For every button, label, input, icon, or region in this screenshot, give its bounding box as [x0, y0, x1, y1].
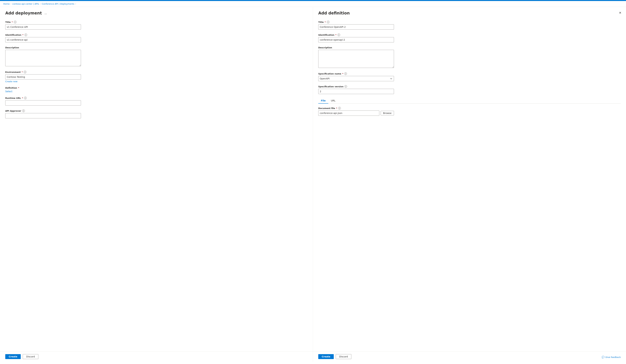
- left-environment-required: *: [22, 71, 23, 73]
- right-document-file-required: *: [336, 107, 337, 109]
- left-identification-label: Identification * i: [5, 33, 308, 36]
- left-title-label: Title * i: [5, 21, 308, 23]
- right-document-file-row: Browse: [318, 110, 394, 116]
- right-document-file-input[interactable]: [318, 110, 379, 116]
- breadcrumb-separator-1: ›: [10, 3, 11, 5]
- create-new-link[interactable]: Create new: [5, 80, 308, 83]
- left-identification-required: *: [22, 34, 24, 36]
- left-description-label: Description: [5, 46, 308, 49]
- breadcrumb-deployments[interactable]: Conference API | Deployments: [42, 3, 74, 5]
- right-identification-input[interactable]: [318, 37, 394, 42]
- breadcrumb-separator-2: ›: [40, 3, 41, 5]
- main-container: Add deployment ... Title * i Identificat…: [0, 7, 626, 362]
- right-title-input[interactable]: [318, 24, 394, 30]
- browse-button[interactable]: Browse: [381, 111, 394, 115]
- left-create-button[interactable]: Create: [5, 354, 21, 359]
- left-api-approver-input[interactable]: [5, 113, 81, 118]
- give-feedback-link[interactable]: Give feedback: [602, 356, 621, 358]
- right-spec-name-label: Specification name * i: [318, 72, 621, 75]
- right-identification-info-icon[interactable]: i: [338, 33, 340, 36]
- left-title-input[interactable]: [5, 24, 81, 30]
- tab-url[interactable]: URL: [328, 98, 338, 103]
- right-spec-name-required: *: [342, 72, 344, 75]
- right-title-group: Title * i: [318, 21, 621, 30]
- left-runtime-url-label: Runtime URL * i: [5, 97, 308, 99]
- right-spec-name-group: Specification name * i OpenAPI AsyncAPI …: [318, 72, 621, 81]
- left-panel-title-row: Add deployment ...: [5, 11, 308, 15]
- right-discard-button[interactable]: Discard: [336, 354, 351, 359]
- left-environment-input[interactable]: [5, 74, 81, 80]
- breadcrumb-api-center[interactable]: contoso-api-center | APIs: [12, 3, 39, 5]
- left-api-approver-info-icon[interactable]: i: [22, 109, 25, 112]
- left-definition-required: *: [18, 87, 19, 89]
- definition-select-link[interactable]: Select: [5, 90, 12, 93]
- right-create-button[interactable]: Create: [318, 354, 334, 359]
- left-title-info-icon[interactable]: i: [14, 21, 16, 23]
- right-identification-group: Identification * i: [318, 33, 621, 42]
- right-spec-name-select[interactable]: OpenAPI AsyncAPI WSDL WADL GraphQL gRPC …: [318, 76, 394, 81]
- right-document-file-group: Document file * i Browse: [318, 107, 621, 116]
- right-title-label: Title * i: [318, 21, 621, 23]
- left-runtime-url-group: Runtime URL * i: [5, 97, 308, 105]
- give-feedback-label: Give feedback: [605, 356, 621, 358]
- left-panel: Add deployment ... Title * i Identificat…: [0, 7, 313, 362]
- right-title-required: *: [325, 21, 326, 23]
- left-runtime-url-required: *: [22, 97, 23, 99]
- right-spec-version-group: Specification version i: [318, 85, 621, 94]
- right-spec-version-input[interactable]: [318, 89, 394, 94]
- left-api-approver-group: API Approver i: [5, 109, 308, 118]
- left-discard-button[interactable]: Discard: [23, 354, 38, 359]
- left-title-group: Title * i: [5, 21, 308, 30]
- left-environment-label: Environment * i: [5, 71, 308, 73]
- tabs-container: File URL: [318, 98, 621, 103]
- right-identification-label: Identification * i: [318, 33, 621, 36]
- left-environment-group: Environment * i Create new: [5, 71, 308, 83]
- right-description-textarea[interactable]: [318, 50, 394, 68]
- close-button[interactable]: ✕: [618, 10, 623, 15]
- breadcrumb-separator-3: ›: [75, 3, 76, 5]
- left-bottom-actions: Create Discard: [0, 351, 313, 362]
- left-identification-group: Identification * i: [5, 33, 308, 42]
- right-identification-required: *: [335, 34, 337, 36]
- left-description-group: Description: [5, 46, 308, 67]
- right-description-label: Description: [318, 46, 621, 49]
- right-panel: ✕ Add definition Title * i Identificatio…: [313, 7, 626, 362]
- left-api-approver-label: API Approver i: [5, 109, 308, 112]
- left-runtime-url-input[interactable]: [5, 100, 81, 105]
- right-bottom-actions: Create Discard Give feedback: [313, 351, 626, 362]
- right-spec-version-label: Specification version i: [318, 85, 621, 88]
- right-document-file-label: Document file * i: [318, 107, 621, 109]
- left-identification-input[interactable]: [5, 37, 81, 42]
- ellipsis-button[interactable]: ...: [43, 11, 48, 15]
- left-runtime-url-info-icon[interactable]: i: [24, 97, 27, 99]
- left-environment-info-icon[interactable]: i: [24, 71, 26, 73]
- left-definition-group: Definition * Select: [5, 87, 308, 93]
- left-definition-label: Definition *: [5, 87, 308, 89]
- right-spec-name-info-icon[interactable]: i: [344, 72, 347, 75]
- right-description-group: Description: [318, 46, 621, 68]
- tab-file[interactable]: File: [318, 98, 328, 103]
- left-description-textarea[interactable]: [5, 50, 81, 66]
- right-spec-name-select-wrapper: OpenAPI AsyncAPI WSDL WADL GraphQL gRPC …: [318, 76, 394, 81]
- left-identification-info-icon[interactable]: i: [25, 33, 27, 36]
- feedback-icon: [602, 356, 604, 358]
- right-title-info-icon[interactable]: i: [327, 21, 329, 23]
- left-title-required: *: [12, 21, 13, 23]
- breadcrumb: Home › contoso-api-center | APIs › Confe…: [0, 1, 626, 7]
- left-panel-title: Add deployment: [5, 11, 42, 15]
- right-spec-version-info-icon[interactable]: i: [345, 85, 347, 88]
- right-document-file-info-icon[interactable]: i: [338, 107, 341, 109]
- breadcrumb-home[interactable]: Home: [3, 3, 9, 5]
- right-panel-title: Add definition: [318, 11, 621, 15]
